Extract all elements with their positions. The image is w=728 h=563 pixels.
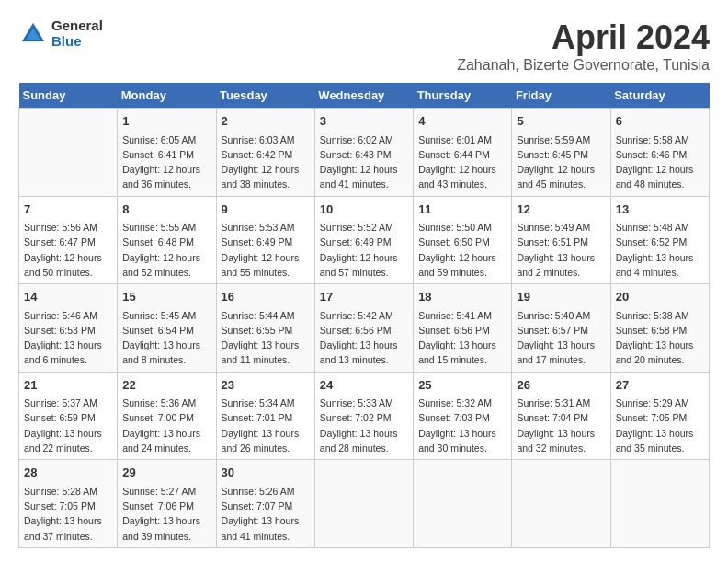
logo-blue-text: Blue	[51, 34, 103, 50]
calendar-week-2: 7Sunrise: 5:56 AMSunset: 6:47 PMDaylight…	[19, 196, 710, 284]
day-info: Sunrise: 5:34 AMSunset: 7:01 PMDaylight:…	[222, 396, 310, 455]
calendar-cell: 11Sunrise: 5:50 AMSunset: 6:50 PMDayligh…	[414, 196, 512, 284]
day-info: Sunrise: 5:44 AMSunset: 6:55 PMDaylight:…	[222, 308, 310, 368]
weekday-header-wednesday: Wednesday	[314, 83, 413, 109]
logo: General Blue	[18, 18, 103, 49]
day-number: 29	[122, 464, 210, 482]
day-number: 13	[616, 201, 704, 219]
calendar-cell: 1Sunrise: 6:05 AMSunset: 6:41 PMDaylight…	[118, 109, 216, 197]
calendar-header: SundayMondayTuesdayWednesdayThursdayFrid…	[19, 83, 710, 109]
calendar-cell: 18Sunrise: 5:41 AMSunset: 6:56 PMDayligh…	[414, 284, 512, 373]
day-info: Sunrise: 6:02 AMSunset: 6:43 PMDaylight:…	[320, 132, 408, 192]
calendar-cell	[314, 460, 413, 548]
day-number: 4	[418, 112, 506, 131]
day-number: 9	[222, 201, 310, 219]
day-number: 12	[517, 201, 605, 219]
day-number: 28	[24, 464, 112, 482]
day-info: Sunrise: 5:58 AMSunset: 6:46 PMDaylight:…	[616, 132, 704, 192]
day-number: 17	[320, 288, 408, 306]
calendar-body: 1Sunrise: 6:05 AMSunset: 6:41 PMDaylight…	[19, 109, 710, 548]
calendar-cell: 27Sunrise: 5:29 AMSunset: 7:05 PMDayligh…	[610, 372, 709, 460]
day-info: Sunrise: 5:41 AMSunset: 6:56 PMDaylight:…	[418, 308, 506, 368]
day-number: 15	[122, 288, 210, 306]
day-number: 24	[320, 376, 408, 395]
day-info: Sunrise: 6:05 AMSunset: 6:41 PMDaylight:…	[122, 132, 210, 192]
day-number: 21	[24, 376, 112, 395]
day-info: Sunrise: 5:48 AMSunset: 6:52 PMDaylight:…	[616, 220, 704, 280]
day-info: Sunrise: 5:40 AMSunset: 6:57 PMDaylight:…	[517, 308, 605, 368]
day-number: 14	[24, 288, 112, 306]
calendar-cell: 16Sunrise: 5:44 AMSunset: 6:55 PMDayligh…	[216, 284, 314, 373]
day-number: 5	[517, 112, 605, 131]
day-number: 7	[24, 201, 112, 219]
day-info: Sunrise: 5:37 AMSunset: 6:59 PMDaylight:…	[24, 396, 112, 455]
calendar-cell	[512, 460, 610, 548]
day-info: Sunrise: 5:50 AMSunset: 6:50 PMDaylight:…	[418, 220, 506, 280]
title-section: April 2024 Zahanah, Bizerte Governorate,…	[457, 18, 710, 74]
day-number: 26	[517, 376, 605, 395]
day-number: 22	[122, 376, 210, 395]
calendar-cell: 5Sunrise: 5:59 AMSunset: 6:45 PMDaylight…	[512, 109, 610, 197]
calendar-cell: 2Sunrise: 6:03 AMSunset: 6:42 PMDaylight…	[216, 109, 314, 197]
calendar-cell: 8Sunrise: 5:55 AMSunset: 6:48 PMDaylight…	[118, 196, 216, 284]
calendar-cell: 9Sunrise: 5:53 AMSunset: 6:49 PMDaylight…	[216, 196, 314, 284]
calendar-cell: 15Sunrise: 5:45 AMSunset: 6:54 PMDayligh…	[118, 284, 216, 373]
day-info: Sunrise: 5:33 AMSunset: 7:02 PMDaylight:…	[320, 396, 408, 455]
weekday-header-thursday: Thursday	[414, 83, 512, 109]
calendar-cell: 6Sunrise: 5:58 AMSunset: 6:46 PMDaylight…	[610, 109, 709, 197]
day-info: Sunrise: 5:27 AMSunset: 7:06 PMDaylight:…	[122, 484, 210, 544]
day-number: 30	[222, 464, 310, 482]
calendar-week-3: 14Sunrise: 5:46 AMSunset: 6:53 PMDayligh…	[19, 284, 710, 373]
calendar-cell: 25Sunrise: 5:32 AMSunset: 7:03 PMDayligh…	[414, 372, 512, 460]
weekday-header-friday: Friday	[512, 83, 610, 109]
calendar-table: SundayMondayTuesdayWednesdayThursdayFrid…	[18, 83, 710, 548]
day-number: 10	[320, 201, 408, 219]
day-number: 19	[517, 288, 605, 306]
logo-text: General Blue	[51, 18, 103, 49]
page-header: General Blue April 2024 Zahanah, Bizerte…	[18, 18, 710, 74]
weekday-header-row: SundayMondayTuesdayWednesdayThursdayFrid…	[19, 83, 710, 109]
calendar-cell: 30Sunrise: 5:26 AMSunset: 7:07 PMDayligh…	[216, 460, 314, 548]
calendar-cell: 12Sunrise: 5:49 AMSunset: 6:51 PMDayligh…	[512, 196, 610, 284]
day-info: Sunrise: 5:45 AMSunset: 6:54 PMDaylight:…	[122, 308, 210, 368]
calendar-cell: 14Sunrise: 5:46 AMSunset: 6:53 PMDayligh…	[19, 284, 118, 373]
day-info: Sunrise: 5:49 AMSunset: 6:51 PMDaylight:…	[517, 220, 605, 280]
day-number: 3	[320, 112, 408, 131]
weekday-header-tuesday: Tuesday	[216, 83, 314, 109]
day-info: Sunrise: 5:28 AMSunset: 7:05 PMDaylight:…	[24, 484, 112, 544]
calendar-cell: 20Sunrise: 5:38 AMSunset: 6:58 PMDayligh…	[610, 284, 709, 373]
calendar-cell: 23Sunrise: 5:34 AMSunset: 7:01 PMDayligh…	[216, 372, 314, 460]
day-number: 16	[222, 288, 310, 306]
calendar-cell: 19Sunrise: 5:40 AMSunset: 6:57 PMDayligh…	[512, 284, 610, 373]
day-number: 23	[222, 376, 310, 395]
day-number: 6	[616, 112, 704, 131]
day-number: 8	[122, 201, 210, 219]
calendar-cell: 22Sunrise: 5:36 AMSunset: 7:00 PMDayligh…	[118, 372, 216, 460]
calendar-cell: 29Sunrise: 5:27 AMSunset: 7:06 PMDayligh…	[118, 460, 216, 548]
calendar-week-4: 21Sunrise: 5:37 AMSunset: 6:59 PMDayligh…	[19, 372, 710, 460]
page-title: April 2024	[457, 18, 710, 57]
weekday-header-saturday: Saturday	[610, 83, 709, 109]
calendar-cell: 7Sunrise: 5:56 AMSunset: 6:47 PMDaylight…	[19, 196, 118, 284]
day-info: Sunrise: 5:31 AMSunset: 7:04 PMDaylight:…	[517, 396, 605, 455]
day-number: 18	[418, 288, 506, 306]
day-number: 2	[222, 112, 310, 131]
calendar-cell: 17Sunrise: 5:42 AMSunset: 6:56 PMDayligh…	[314, 284, 413, 373]
calendar-week-5: 28Sunrise: 5:28 AMSunset: 7:05 PMDayligh…	[19, 460, 710, 548]
day-info: Sunrise: 5:52 AMSunset: 6:49 PMDaylight:…	[320, 220, 408, 280]
day-number: 11	[418, 201, 506, 219]
day-number: 20	[616, 288, 704, 306]
day-info: Sunrise: 5:53 AMSunset: 6:49 PMDaylight:…	[222, 220, 310, 280]
calendar-cell: 4Sunrise: 6:01 AMSunset: 6:44 PMDaylight…	[414, 109, 512, 197]
day-info: Sunrise: 5:56 AMSunset: 6:47 PMDaylight:…	[24, 220, 112, 280]
calendar-cell: 24Sunrise: 5:33 AMSunset: 7:02 PMDayligh…	[314, 372, 413, 460]
calendar-cell: 10Sunrise: 5:52 AMSunset: 6:49 PMDayligh…	[314, 196, 413, 284]
day-info: Sunrise: 5:42 AMSunset: 6:56 PMDaylight:…	[320, 308, 408, 368]
logo-general-text: General	[51, 18, 103, 34]
calendar-cell: 3Sunrise: 6:02 AMSunset: 6:43 PMDaylight…	[314, 109, 413, 197]
day-info: Sunrise: 5:26 AMSunset: 7:07 PMDaylight:…	[222, 484, 310, 544]
day-info: Sunrise: 5:59 AMSunset: 6:45 PMDaylight:…	[517, 132, 605, 192]
day-info: Sunrise: 5:55 AMSunset: 6:48 PMDaylight:…	[122, 220, 210, 280]
calendar-cell: 13Sunrise: 5:48 AMSunset: 6:52 PMDayligh…	[610, 196, 709, 284]
day-info: Sunrise: 5:38 AMSunset: 6:58 PMDaylight:…	[616, 308, 704, 368]
